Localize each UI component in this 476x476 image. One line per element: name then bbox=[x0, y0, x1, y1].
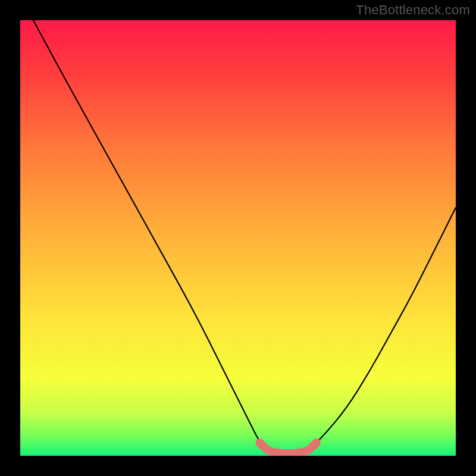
gradient-background bbox=[20, 20, 456, 456]
watermark-text: TheBottleneck.com bbox=[356, 2, 470, 18]
chart-frame: TheBottleneck.com bbox=[0, 0, 476, 476]
plot-area bbox=[20, 20, 456, 456]
chart-svg bbox=[20, 20, 456, 456]
